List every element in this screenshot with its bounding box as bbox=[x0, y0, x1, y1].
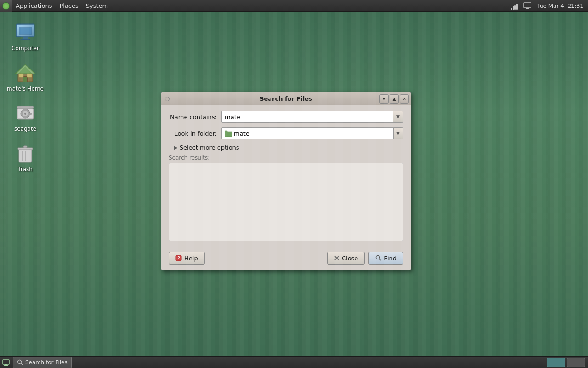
svg-rect-3 bbox=[16, 24, 34, 37]
svg-line-40 bbox=[21, 363, 23, 365]
seagate-icon-label: seagate bbox=[14, 126, 36, 133]
svg-rect-9 bbox=[20, 28, 31, 34]
options-arrow-icon: ▶ bbox=[174, 145, 178, 150]
find-button-label: Find bbox=[384, 255, 396, 262]
name-contains-row: Name contains: ▼ bbox=[169, 111, 403, 123]
dialog-maximize-button[interactable]: ▲ bbox=[390, 94, 399, 104]
svg-rect-8 bbox=[19, 27, 32, 35]
svg-point-21 bbox=[24, 113, 26, 115]
show-desktop-button[interactable] bbox=[0, 357, 12, 368]
dialog-footer: ? Help Close bbox=[161, 247, 411, 270]
search-results-area bbox=[169, 163, 403, 241]
signal-bars-icon bbox=[511, 2, 518, 10]
svg-rect-4 bbox=[17, 25, 34, 36]
dialog-title: Search for Files bbox=[260, 95, 312, 102]
svg-point-20 bbox=[23, 111, 28, 116]
svg-rect-38 bbox=[4, 365, 8, 366]
dialog-footer-right: Close Find bbox=[327, 252, 403, 264]
svg-rect-2 bbox=[525, 9, 530, 9]
desktop-icon-seagate[interactable]: seagate bbox=[5, 99, 46, 136]
window-btn-2[interactable] bbox=[567, 358, 585, 367]
svg-rect-36 bbox=[3, 360, 9, 364]
svg-rect-16 bbox=[23, 77, 27, 82]
trash-icon-label: Trash bbox=[18, 166, 33, 173]
search-results-label: Search results: bbox=[169, 155, 403, 161]
help-icon: ? bbox=[175, 255, 182, 261]
svg-text:?: ? bbox=[177, 256, 180, 260]
svg-rect-6 bbox=[23, 37, 28, 39]
find-icon bbox=[375, 255, 382, 261]
svg-rect-5 bbox=[17, 25, 34, 36]
taskbar-right bbox=[546, 358, 588, 367]
svg-marker-11 bbox=[15, 64, 35, 74]
folder-select-arrow[interactable]: ▼ bbox=[393, 127, 403, 139]
menu-places[interactable]: Places bbox=[56, 0, 82, 12]
folder-select[interactable]: mate bbox=[221, 127, 394, 139]
svg-point-34 bbox=[376, 256, 380, 259]
dialog-dot bbox=[165, 97, 170, 101]
name-contains-input[interactable] bbox=[221, 111, 393, 123]
menu-applications[interactable]: Applications bbox=[12, 0, 56, 12]
home-icon bbox=[14, 62, 36, 84]
desktop-icon-home[interactable]: mate's Home bbox=[5, 59, 46, 96]
signal-bar-2 bbox=[513, 6, 514, 10]
svg-line-32 bbox=[335, 256, 339, 260]
signal-bar-1 bbox=[511, 8, 512, 10]
desktop-icon-trash[interactable]: Trash bbox=[5, 139, 46, 176]
svg-rect-10 bbox=[18, 72, 33, 82]
signal-bar-3 bbox=[514, 5, 516, 10]
display-icon bbox=[521, 0, 533, 12]
monitor-icon bbox=[523, 2, 531, 10]
close-icon bbox=[334, 255, 339, 261]
computer-icon bbox=[14, 21, 36, 43]
folder-icon bbox=[225, 130, 232, 137]
search-dialog: Search for Files ▼ ▲ ✕ Name contains: ▼ … bbox=[161, 92, 411, 270]
network-status bbox=[509, 0, 520, 12]
taskbar-search-files-label: Search for Files bbox=[25, 359, 68, 366]
help-button-label: Help bbox=[184, 255, 198, 262]
svg-line-33 bbox=[335, 256, 339, 260]
top-panel: Applications Places System bbox=[0, 0, 588, 12]
window-btn-1[interactable] bbox=[547, 358, 565, 367]
select-more-options-label[interactable]: Select more options bbox=[180, 144, 239, 151]
dialog-body: Name contains: ▼ Look in folder: bbox=[161, 105, 411, 247]
menu-system[interactable]: System bbox=[82, 0, 112, 12]
dialog-minimize-button[interactable]: ▼ bbox=[379, 94, 389, 104]
desktop-icons-container: Computer mate's Home bbox=[0, 14, 51, 184]
svg-rect-24 bbox=[19, 150, 32, 162]
name-contains-label: Name contains: bbox=[169, 114, 221, 121]
svg-rect-14 bbox=[27, 74, 32, 77]
help-button[interactable]: ? Help bbox=[169, 252, 205, 264]
dialog-footer-left: ? Help bbox=[169, 252, 205, 264]
close-button-label: Close bbox=[342, 255, 358, 262]
select-more-options-row: ▶ Select more options bbox=[169, 144, 403, 151]
find-button[interactable]: Find bbox=[368, 252, 403, 264]
search-taskbar-icon bbox=[17, 359, 23, 366]
svg-point-39 bbox=[18, 360, 22, 363]
look-in-folder-label: Look in folder: bbox=[169, 130, 221, 137]
svg-marker-15 bbox=[16, 65, 34, 74]
look-in-folder-row: Look in folder: mate ▼ bbox=[169, 127, 403, 139]
drive-icon bbox=[14, 102, 36, 124]
computer-icon-label: Computer bbox=[11, 45, 39, 52]
svg-rect-37 bbox=[5, 364, 7, 365]
name-contains-container: ▼ bbox=[221, 111, 403, 123]
home-icon-label: mate's Home bbox=[7, 86, 44, 93]
svg-rect-7 bbox=[21, 39, 30, 40]
dialog-close-button[interactable]: ✕ bbox=[400, 94, 409, 104]
mate-logo[interactable] bbox=[0, 0, 12, 12]
trash-icon bbox=[14, 142, 36, 164]
taskbar-search-files[interactable]: Search for Files bbox=[13, 357, 72, 368]
svg-rect-12 bbox=[23, 76, 28, 82]
svg-rect-23 bbox=[17, 106, 34, 108]
dialog-titlebar: Search for Files ▼ ▲ ✕ bbox=[161, 92, 411, 105]
close-button[interactable]: Close bbox=[327, 252, 365, 264]
svg-rect-18 bbox=[18, 109, 33, 118]
svg-rect-22 bbox=[28, 113, 32, 115]
desktop-icon-computer[interactable]: Computer bbox=[5, 18, 46, 55]
signal-bar-4 bbox=[516, 4, 518, 10]
show-desktop-icon bbox=[2, 359, 10, 366]
svg-rect-1 bbox=[526, 8, 529, 9]
name-contains-dropdown[interactable]: ▼ bbox=[393, 111, 403, 123]
svg-line-35 bbox=[379, 259, 381, 261]
